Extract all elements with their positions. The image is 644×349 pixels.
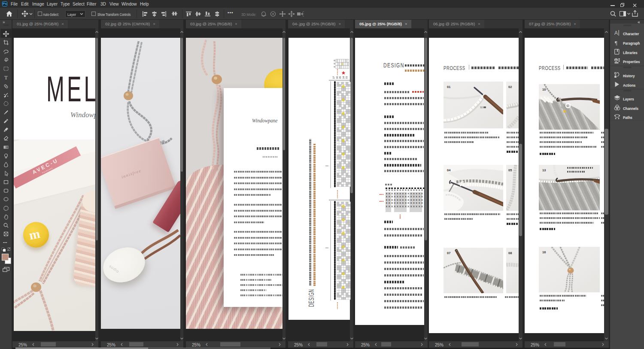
svg-text:¶: ¶ bbox=[615, 39, 617, 46]
svg-text:37: 37 bbox=[332, 76, 335, 79]
svg-text:A: A bbox=[614, 30, 618, 36]
svg-text:33: 33 bbox=[345, 76, 348, 79]
svg-text:T: T bbox=[4, 74, 8, 81]
svg-text:35: 35 bbox=[339, 76, 341, 79]
svg-text:34: 34 bbox=[342, 76, 345, 79]
svg-text:36: 36 bbox=[336, 76, 338, 79]
